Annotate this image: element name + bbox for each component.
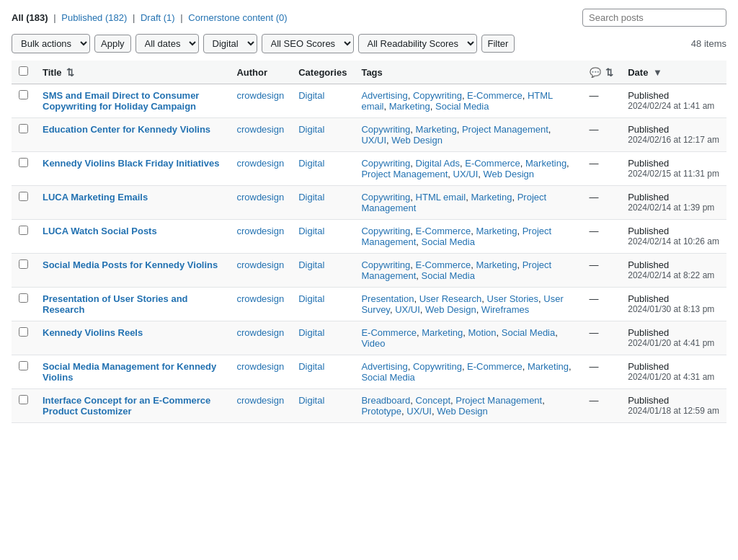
tag-link[interactable]: Web Design <box>425 304 476 315</box>
seo-scores-select[interactable]: All SEO Scores <box>262 34 354 53</box>
tag-link[interactable]: Copywriting <box>361 158 410 169</box>
category-link[interactable]: Digital <box>298 226 324 236</box>
tag-link[interactable]: Copywriting <box>361 226 410 236</box>
post-title-link[interactable]: SMS and Email Direct to Consumer Copywri… <box>43 90 199 112</box>
author-link[interactable]: crowdesign <box>236 259 284 270</box>
tag-link[interactable]: Motion <box>468 327 497 338</box>
tag-link[interactable]: UX/UI <box>395 304 420 315</box>
bulk-actions-select[interactable]: Bulk actions <box>12 34 90 53</box>
post-title-link[interactable]: Education Center for Kennedy Violins <box>43 124 210 135</box>
status-cornerstone-link[interactable]: Cornerstone content (0) <box>188 12 287 23</box>
row-checkbox[interactable] <box>19 124 28 133</box>
tag-link[interactable]: Advertising <box>361 361 407 372</box>
row-checkbox[interactable] <box>19 158 28 167</box>
post-title-link[interactable]: Kennedy Violins Black Friday Initiatives <box>43 158 219 169</box>
tag-link[interactable]: Project Management <box>455 395 542 406</box>
tag-link[interactable]: Marketing <box>525 158 566 169</box>
tag-link[interactable]: Marketing <box>528 361 569 372</box>
tag-link[interactable]: Social Media <box>502 327 555 338</box>
post-title-link[interactable]: Kennedy Violins Reels <box>43 327 143 338</box>
category-link[interactable]: Digital <box>298 327 324 338</box>
author-link[interactable]: crowdesign <box>236 124 284 135</box>
row-checkbox[interactable] <box>19 327 28 337</box>
tag-link[interactable]: Social Media <box>361 372 414 383</box>
category-select[interactable]: Digital <box>203 34 257 53</box>
tag-link[interactable]: Marketing <box>471 192 512 203</box>
tag-link[interactable]: Copywriting <box>361 192 410 203</box>
tag-link[interactable]: Marketing <box>389 101 430 112</box>
post-title-link[interactable]: Social Media Management for Kennedy Viol… <box>43 361 216 383</box>
category-link[interactable]: Digital <box>298 293 324 304</box>
tag-link[interactable]: Marketing <box>422 327 463 338</box>
tag-link[interactable]: Wireframes <box>481 304 529 315</box>
tag-link[interactable]: Marketing <box>476 226 517 236</box>
post-title-link[interactable]: Social Media Posts for Kennedy Violins <box>43 259 218 270</box>
tag-link[interactable]: Digital Ads <box>416 158 460 169</box>
category-link[interactable]: Digital <box>298 192 324 203</box>
tag-link[interactable]: Marketing <box>416 124 457 135</box>
row-checkbox[interactable] <box>19 226 28 235</box>
status-all-link[interactable]: All (183) <box>12 12 50 23</box>
category-link[interactable]: Digital <box>298 395 324 406</box>
readability-select[interactable]: All Readability Scores <box>358 34 477 53</box>
tag-link[interactable]: Copywriting <box>361 259 410 270</box>
tag-link[interactable]: Project Management <box>361 169 448 179</box>
tag-link[interactable]: Marketing <box>476 259 517 270</box>
tag-link[interactable]: Breadboard <box>361 395 410 406</box>
tag-link[interactable]: E-Commerce <box>416 259 471 270</box>
search-input[interactable] <box>582 9 726 27</box>
author-link[interactable]: crowdesign <box>236 90 284 101</box>
tag-link[interactable]: Copywriting <box>413 361 462 372</box>
post-title-link[interactable]: Presentation of User Stories and Researc… <box>43 293 188 315</box>
tag-link[interactable]: E-Commerce <box>361 327 417 338</box>
author-link[interactable]: crowdesign <box>236 192 284 203</box>
tag-link[interactable]: Presentation <box>361 293 414 304</box>
status-draft-link[interactable]: Draft (1) <box>141 12 177 23</box>
tag-link[interactable]: Copywriting <box>361 124 410 135</box>
post-title-link[interactable]: LUCA Watch Social Posts <box>43 226 157 236</box>
row-checkbox[interactable] <box>19 90 28 99</box>
author-link[interactable]: crowdesign <box>236 361 284 372</box>
title-col[interactable]: Title ⇅ <box>35 61 229 84</box>
row-checkbox[interactable] <box>19 293 28 303</box>
row-checkbox[interactable] <box>19 259 28 269</box>
tag-link[interactable]: E-Commerce <box>416 226 471 236</box>
tag-link[interactable]: E-Commerce <box>465 158 520 169</box>
author-link[interactable]: crowdesign <box>236 327 284 338</box>
tag-link[interactable]: Concept <box>416 395 450 406</box>
row-checkbox[interactable] <box>19 192 28 201</box>
tag-link[interactable]: UX/UI <box>406 406 432 417</box>
status-published-link[interactable]: Published (182) <box>61 12 130 23</box>
tag-link[interactable]: Project Management <box>462 124 548 135</box>
tag-link[interactable]: E-Commerce <box>467 90 523 101</box>
tag-link[interactable]: User Stories <box>487 293 539 304</box>
author-link[interactable]: crowdesign <box>236 395 284 406</box>
author-link[interactable]: crowdesign <box>236 226 284 236</box>
tag-link[interactable]: E-Commerce <box>467 361 523 372</box>
post-title-link[interactable]: Interface Concept for an E-Commerce Prod… <box>43 395 210 417</box>
category-link[interactable]: Digital <box>298 158 324 169</box>
category-link[interactable]: Digital <box>298 259 324 270</box>
tag-link[interactable]: Prototype <box>361 406 401 417</box>
author-link[interactable]: crowdesign <box>236 293 284 304</box>
category-link[interactable]: Digital <box>298 124 324 135</box>
tag-link[interactable]: UX/UI <box>361 135 386 146</box>
tag-link[interactable]: Web Design <box>484 169 535 179</box>
tag-link[interactable]: Social Media <box>422 270 475 281</box>
tag-link[interactable]: Social Media <box>435 101 489 112</box>
tag-link[interactable]: HTML email <box>416 192 466 203</box>
tag-link[interactable]: Advertising <box>361 90 407 101</box>
tag-link[interactable]: Web Design <box>437 406 488 417</box>
tag-link[interactable]: User Research <box>419 293 482 304</box>
filter-button[interactable]: Filter <box>481 35 515 53</box>
date-col[interactable]: Date ▼ <box>621 61 726 84</box>
row-checkbox[interactable] <box>19 361 28 370</box>
post-title-link[interactable]: LUCA Marketing Emails <box>43 192 148 203</box>
tag-link[interactable]: Video <box>361 338 385 349</box>
tag-link[interactable]: Copywriting <box>413 90 462 101</box>
author-link[interactable]: crowdesign <box>236 158 284 169</box>
apply-button[interactable]: Apply <box>94 35 131 53</box>
category-link[interactable]: Digital <box>298 90 324 101</box>
category-link[interactable]: Digital <box>298 361 324 372</box>
tag-link[interactable]: Web Design <box>391 135 443 146</box>
